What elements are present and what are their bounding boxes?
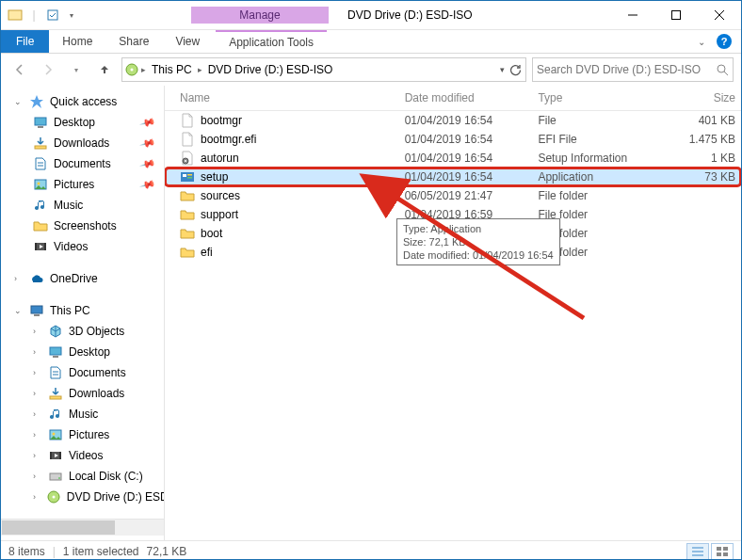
nav-this-pc[interactable]: ⌄ This PC	[1, 300, 164, 321]
expand-icon[interactable]: ›	[33, 451, 42, 460]
view-details-icon[interactable]	[686, 543, 709, 560]
address-bar[interactable]: ▸ This PC ▸ DVD Drive (D:) ESD-ISO ▾	[121, 57, 526, 82]
nav-label: Screenshots	[54, 219, 117, 232]
folder-icon	[33, 218, 48, 233]
file-row[interactable]: bootmgr 01/04/2019 16:54 File 401 KB	[165, 111, 741, 130]
search-input[interactable]: Search DVD Drive (D:) ESD-ISO	[532, 57, 734, 82]
nav-item-videos[interactable]: Videos	[1, 236, 164, 257]
expand-icon[interactable]: ›	[33, 472, 42, 481]
svg-rect-41	[187, 174, 192, 176]
nav-item-downloads[interactable]: Downloads📌	[1, 133, 164, 153]
ribbon-tabs: File Home Share View Application Tools ⌄…	[1, 30, 741, 54]
pin-icon: 📌	[139, 176, 157, 193]
nav-quick-access[interactable]: ⌄ Quick access	[1, 91, 164, 112]
svg-rect-42	[187, 177, 192, 179]
nav-item-videos[interactable]: › Videos	[1, 445, 164, 466]
expand-icon[interactable]: ›	[33, 409, 42, 419]
tab-home[interactable]: Home	[49, 30, 105, 53]
up-button[interactable]	[93, 58, 116, 81]
svg-rect-3	[672, 11, 681, 20]
column-name[interactable]: Name	[174, 91, 399, 104]
svg-rect-11	[35, 118, 46, 125]
nav-item-music[interactable]: › Music	[1, 404, 164, 424]
expand-icon[interactable]: ›	[33, 430, 42, 440]
chevron-right-icon[interactable]: ▸	[141, 65, 146, 74]
nav-item-desktop[interactable]: › Desktop	[1, 342, 164, 362]
nav-item-disk[interactable]: › Local Disk (C:)	[1, 466, 164, 487]
nav-item-music[interactable]: Music	[1, 195, 164, 216]
minimize-button[interactable]	[611, 2, 654, 28]
nav-label: This PC	[50, 304, 90, 317]
nav-item-downloads[interactable]: › Downloads	[1, 383, 164, 404]
nav-horizontal-scrollbar[interactable]	[1, 519, 164, 536]
expand-icon[interactable]: ›	[33, 389, 42, 398]
nav-label: DVD Drive (D:) ESD-ISO	[67, 490, 164, 504]
column-type[interactable]: Type	[532, 91, 666, 104]
expand-icon[interactable]: ⌄	[14, 97, 24, 106]
expand-icon[interactable]: ›	[33, 492, 40, 502]
file-name: support	[201, 208, 238, 221]
file-date: 01/04/2019 16:54	[399, 170, 533, 184]
column-date[interactable]: Date modified	[399, 91, 533, 104]
file-type: EFI File	[532, 133, 666, 146]
file-row[interactable]: sources 06/05/2019 21:47 File folder	[165, 186, 741, 205]
videos-icon	[48, 448, 63, 463]
file-size: 1.475 KB	[666, 133, 741, 146]
contextual-tab-manage[interactable]: Manage	[191, 7, 329, 24]
nav-label: Downloads	[69, 387, 124, 400]
view-large-icons-icon[interactable]	[711, 543, 734, 560]
documents-icon	[33, 156, 48, 171]
svg-point-29	[53, 433, 56, 436]
nav-label: Music	[69, 408, 98, 421]
back-button[interactable]	[8, 58, 31, 81]
tab-share[interactable]: Share	[105, 30, 162, 53]
forward-button	[37, 58, 59, 81]
expand-icon[interactable]: ›	[33, 347, 42, 357]
svg-rect-12	[38, 126, 43, 128]
expand-icon[interactable]: ›	[33, 327, 42, 336]
nav-item-dvd[interactable]: › DVD Drive (D:) ESD-ISO	[1, 487, 164, 507]
file-row[interactable]: bootmgr.efi 01/04/2019 16:54 EFI File 1.…	[165, 130, 741, 149]
folder-icon	[180, 207, 195, 222]
nav-item-documents[interactable]: › Documents	[1, 362, 164, 383]
breadcrumb-current[interactable]: DVD Drive (D:) ESD-ISO	[204, 63, 337, 76]
breadcrumb-this-pc[interactable]: This PC	[148, 63, 196, 76]
chevron-right-icon[interactable]: ▸	[198, 65, 202, 74]
nav-item-pictures[interactable]: › Pictures	[1, 424, 164, 445]
qat-dropdown-icon[interactable]: ▾	[63, 7, 80, 24]
expand-icon[interactable]: ›	[14, 274, 24, 283]
disk-icon	[48, 469, 63, 484]
column-size[interactable]: Size	[666, 91, 741, 104]
tab-application-tools[interactable]: Application Tools	[216, 30, 327, 53]
explorer-window: | ▾ Manage DVD Drive (D:) ESD-ISO File H…	[0, 0, 742, 560]
recent-dropdown-icon[interactable]: ▾	[65, 58, 88, 81]
expand-icon[interactable]: ›	[33, 368, 42, 377]
nav-item-documents[interactable]: Documents📌	[1, 153, 164, 174]
tab-view[interactable]: View	[162, 30, 213, 53]
file-type: Application	[532, 170, 666, 184]
file-name: bootmgr	[201, 114, 242, 127]
file-name: boot	[201, 227, 222, 240]
nav-item-desktop[interactable]: Desktop📌	[1, 112, 164, 133]
nav-label: Pictures	[54, 178, 94, 191]
file-row[interactable]: setup 01/04/2019 16:54 Application 73 KB	[165, 168, 741, 186]
nav-label: OneDrive	[50, 272, 98, 285]
qat-properties-icon[interactable]	[44, 7, 61, 24]
status-size: 72,1 KB	[147, 545, 187, 558]
nav-item-3d[interactable]: › 3D Objects	[1, 321, 164, 342]
close-button[interactable]	[698, 2, 741, 28]
address-dropdown-icon[interactable]: ▾	[500, 65, 505, 74]
expand-icon[interactable]: ⌄	[14, 306, 24, 315]
maximize-button[interactable]	[654, 2, 698, 28]
nav-onedrive[interactable]: › OneDrive	[1, 268, 164, 289]
help-icon[interactable]: ?	[717, 34, 732, 49]
ribbon-expand-icon[interactable]: ⌄	[698, 37, 705, 47]
search-icon[interactable]	[716, 63, 729, 76]
file-row[interactable]: autorun 01/04/2019 16:54 Setup Informati…	[165, 149, 741, 168]
tab-file[interactable]: File	[1, 30, 49, 53]
refresh-icon[interactable]	[508, 63, 522, 76]
nav-item-pictures[interactable]: Pictures📌	[1, 174, 164, 195]
nav-item-folder[interactable]: Screenshots	[1, 216, 164, 236]
desktop-icon	[33, 115, 48, 130]
svg-rect-20	[44, 243, 46, 250]
